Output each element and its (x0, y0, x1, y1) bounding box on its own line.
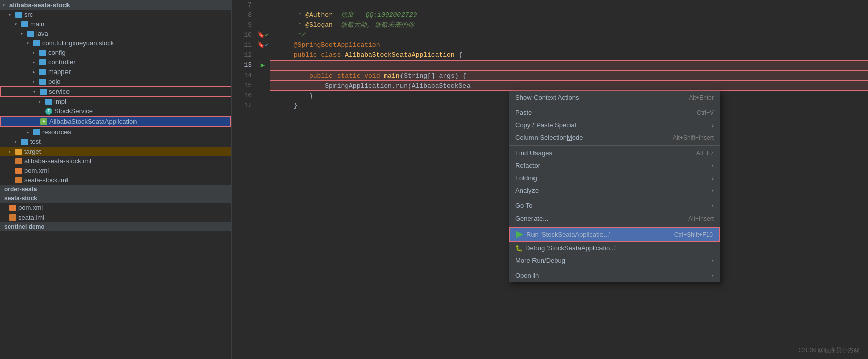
sidebar-item-package[interactable]: com.tulingxueyuan.stock (0, 38, 231, 48)
resources-label: resources (42, 128, 71, 136)
line-num-15: 15 (232, 81, 256, 91)
menu-sep-3 (509, 198, 720, 198)
sidebar-item-main-class[interactable]: ☘ AlibabaStockSeataApplication (0, 116, 231, 127)
code-13-kw2: static (337, 72, 365, 80)
menu-run[interactable]: Run 'StockSeataApplicatio...' Ctrl+Shift… (509, 227, 720, 242)
gutter-14 (256, 70, 270, 81)
sidebar-item-impl[interactable]: impl (0, 97, 231, 106)
gutter-17 (256, 101, 270, 111)
gutter-col: 🔖 ✓ 🔖 ✓ ▶ (256, 0, 270, 111)
code-13-method: main (384, 72, 399, 80)
menu-generate[interactable]: Generate... Alt+Insert (509, 212, 720, 225)
java-arrow (20, 31, 26, 37)
mapper-folder-icon (39, 69, 46, 75)
menu-column-selection[interactable]: Column Selection Mode Alt+Shift+Insert (509, 131, 720, 144)
code-16: } (294, 102, 298, 109)
impl-arrow (38, 99, 44, 105)
sidebar-item-pojo[interactable]: pojo (0, 77, 231, 86)
sidebar-item-test[interactable]: test (0, 137, 231, 147)
menu-folding-label: Folding (515, 174, 537, 182)
test-label: test (30, 138, 41, 146)
sidebar-item-resources[interactable]: resources (0, 127, 231, 137)
menu-analyze[interactable]: Analyze › (509, 184, 720, 197)
sidebar-item-controller[interactable]: controller (0, 57, 231, 67)
menu-debug-label: Debug 'StockSeataApplicatio...' (525, 244, 617, 252)
refactor-arrow-icon: › (712, 163, 714, 169)
menu-paste-label: Paste (515, 109, 532, 116)
menu-analyze-label: Analyze (515, 187, 539, 194)
debug-bug-icon: 🐛 (515, 245, 522, 252)
pojo-arrow (32, 79, 38, 85)
root-arrow (2, 2, 8, 8)
code-11-class: AlibabaStockSeataApplication (345, 51, 454, 59)
menu-debug-left: 🐛 Debug 'StockSeataApplicatio...' (515, 244, 617, 252)
config-label: config (48, 49, 66, 56)
menu-paste[interactable]: Paste Ctrl+V (509, 106, 720, 119)
menu-refactor[interactable]: Refactor › (509, 159, 720, 172)
sidebar-item-config[interactable]: config (0, 48, 231, 57)
gutter-13[interactable]: ▶ (256, 60, 270, 70)
mapper-label: mapper (48, 68, 71, 76)
sidebar-item-target[interactable]: target (0, 147, 231, 156)
controller-folder-icon (39, 59, 46, 65)
line-num-13: 13 (232, 60, 256, 70)
mainclass-label: AlibabaStockSeataApplication (49, 118, 137, 125)
copy-paste-arrow-icon: › (712, 122, 714, 128)
src-folder-icon (15, 12, 22, 18)
sidebar-item-main[interactable]: main (0, 19, 231, 29)
menu-find-usages[interactable]: Find Usages Alt+F7 (509, 147, 720, 159)
code-7-rest: 徐庶 QQ:1092002729 (333, 11, 417, 19)
mainclass-icon: ☘ (40, 118, 47, 125)
code-11-kw2: class (321, 51, 345, 59)
sidebar-item-seata-iml[interactable]: seata.iml (0, 212, 231, 222)
sidebar: alibaba-seata-stock src main java com.tu… (0, 0, 232, 359)
pom-bottom-label: pom.xml (18, 204, 43, 211)
menu-open-in[interactable]: Open In › (509, 269, 720, 282)
test-folder-icon (21, 139, 28, 145)
menu-sep-4 (509, 226, 720, 226)
menu-sep-5 (509, 268, 720, 268)
pojo-label: pojo (48, 78, 61, 85)
pojo-folder-icon (39, 79, 46, 85)
menu-folding[interactable]: Folding › (509, 172, 720, 184)
sidebar-item-iml1[interactable]: alibaba-seata-stock.iml (0, 156, 231, 166)
section-seata-stock: seata-stock (0, 194, 231, 203)
sidebar-item-stockservice[interactable]: I StockService (0, 106, 231, 116)
menu-generate-label: Generate... (515, 214, 548, 222)
code-line-10: @SpringBootApplication (270, 30, 868, 40)
menu-refactor-label: Refactor (515, 162, 540, 169)
sidebar-item-iml2[interactable]: seata-stock.iml (0, 175, 231, 185)
target-label: target (24, 148, 41, 155)
menu-copy-paste-special[interactable]: Copy / Paste Special › (509, 119, 720, 131)
stockservice-icon: I (45, 108, 52, 115)
menu-find-usages-label: Find Usages (515, 149, 552, 157)
sidebar-item-java[interactable]: java (0, 29, 231, 38)
sidebar-item-mapper[interactable]: mapper (0, 67, 231, 77)
menu-debug[interactable]: 🐛 Debug 'StockSeataApplicatio...' (509, 242, 720, 254)
line-numbers: 7 8 9 10 11 12 13 14 15 16 17 (232, 0, 256, 111)
code-14: SpringApplication.run(AlibabaStockSea (294, 82, 471, 90)
editor-area: 7 8 9 10 11 12 13 14 15 16 17 🔖 ✓ 🔖 ✓ ▶ (232, 0, 868, 359)
sidebar-root[interactable]: alibaba-seata-stock (0, 0, 231, 10)
more-run-debug-arrow-icon: › (712, 258, 714, 264)
menu-more-run-debug[interactable]: More Run/Debug › (509, 254, 720, 267)
sidebar-item-pom-bottom[interactable]: pom.xml (0, 203, 231, 212)
run-icon-13[interactable]: ▶ (261, 60, 265, 70)
service-arrow (33, 89, 39, 95)
gutter-8 (256, 10, 270, 20)
goto-arrow-icon: › (712, 203, 714, 209)
menu-run-shortcut: Ctrl+Shift+F10 (674, 231, 713, 238)
code-11-brace: { (455, 51, 463, 59)
menu-goto[interactable]: Go To › (509, 199, 720, 212)
config-folder-icon (39, 50, 46, 56)
gutter-7 (256, 0, 270, 10)
resources-folder-icon (33, 129, 40, 135)
sidebar-item-service[interactable]: service (0, 86, 231, 97)
menu-run-left: Run 'StockSeataApplicatio...' (516, 231, 610, 238)
menu-show-context-actions[interactable]: Show Context Actions Alt+Enter (509, 91, 720, 104)
gutter-run-check-10[interactable]: ✓ (265, 30, 269, 40)
code-8-slogan: @Slogan (305, 21, 333, 29)
sidebar-item-src[interactable]: src (0, 10, 231, 19)
gutter-16 (256, 91, 270, 101)
sidebar-item-pom[interactable]: pom.xml (0, 166, 231, 175)
